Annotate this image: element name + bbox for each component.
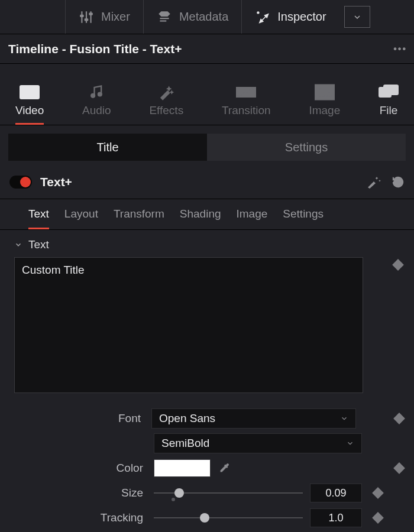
tab-effects-label: Effects bbox=[149, 104, 183, 117]
reset-icon[interactable] bbox=[390, 176, 406, 189]
svg-point-16 bbox=[91, 93, 95, 98]
metadata-icon bbox=[157, 9, 172, 25]
keyframe-size[interactable] bbox=[372, 487, 384, 499]
tab-audio[interactable]: Audio bbox=[82, 84, 111, 125]
tab-effects[interactable]: Effects bbox=[149, 84, 183, 125]
svg-rect-7 bbox=[160, 20, 166, 21]
subtab-image-label: Image bbox=[237, 207, 268, 220]
svg-point-8 bbox=[257, 11, 260, 14]
tab-video-label: Video bbox=[15, 104, 44, 117]
svg-point-14 bbox=[36, 92, 37, 93]
effect-enable-toggle[interactable] bbox=[9, 176, 32, 189]
size-slider[interactable] bbox=[154, 487, 303, 499]
more-menu[interactable]: ••• bbox=[393, 44, 407, 54]
keyframe-font[interactable] bbox=[393, 413, 405, 424]
inspector-tab[interactable]: Inspector bbox=[241, 0, 339, 34]
svg-point-17 bbox=[98, 92, 102, 96]
audio-icon bbox=[86, 84, 106, 100]
subtab-image[interactable]: Image bbox=[237, 207, 268, 229]
inspector-icon bbox=[255, 9, 270, 25]
subtab-text-label: Text bbox=[28, 207, 49, 220]
subtab-layout[interactable]: Layout bbox=[64, 207, 98, 229]
chevron-down-icon bbox=[340, 414, 348, 423]
svg-point-21 bbox=[319, 88, 322, 91]
effects-icon bbox=[156, 84, 176, 100]
file-icon bbox=[379, 84, 399, 100]
tab-transition-label: Transition bbox=[222, 104, 271, 117]
tab-file-label: File bbox=[380, 104, 398, 117]
svg-rect-6 bbox=[160, 18, 169, 19]
subtab-text[interactable]: Text bbox=[28, 207, 49, 229]
section-text-label: Text bbox=[28, 238, 49, 251]
size-value[interactable] bbox=[310, 484, 362, 502]
slider-default-tick bbox=[172, 498, 175, 501]
subtab-settings[interactable]: Settings bbox=[283, 207, 324, 229]
chevron-down-icon bbox=[352, 12, 362, 22]
mixer-label: Mixer bbox=[101, 10, 130, 24]
segment-title-label: Title bbox=[96, 141, 118, 154]
tracking-slider[interactable] bbox=[154, 512, 303, 524]
svg-point-15 bbox=[36, 96, 37, 97]
tab-image-label: Image bbox=[309, 104, 340, 117]
size-label: Size bbox=[14, 486, 147, 499]
image-icon bbox=[315, 84, 335, 100]
slider-thumb[interactable] bbox=[174, 488, 184, 498]
font-family-dropdown[interactable]: Open Sans bbox=[151, 408, 356, 429]
clip-title: Timeline - Fusion Title - Text+ bbox=[8, 42, 182, 56]
font-style-dropdown[interactable]: SemiBold bbox=[154, 433, 362, 453]
tab-image[interactable]: Image bbox=[309, 84, 340, 125]
subtab-transform[interactable]: Transform bbox=[114, 207, 164, 229]
tab-file[interactable]: File bbox=[379, 84, 399, 125]
tab-audio-label: Audio bbox=[82, 104, 111, 117]
svg-point-10 bbox=[22, 87, 23, 89]
chevron-down-icon bbox=[14, 241, 22, 249]
segment-settings[interactable]: Settings bbox=[207, 134, 406, 161]
segment-title[interactable]: Title bbox=[8, 134, 207, 161]
svg-rect-23 bbox=[384, 85, 398, 95]
svg-rect-1 bbox=[86, 11, 87, 23]
toggle-knob bbox=[20, 177, 31, 187]
font-label: Font bbox=[14, 412, 144, 425]
subtab-settings-label: Settings bbox=[283, 207, 324, 220]
svg-rect-20 bbox=[315, 85, 334, 100]
segment-settings-label: Settings bbox=[285, 141, 328, 154]
eyedropper-icon[interactable] bbox=[218, 462, 231, 475]
section-text-header[interactable]: Text bbox=[14, 238, 403, 257]
metadata-tab[interactable]: Metadata bbox=[143, 0, 241, 34]
svg-point-13 bbox=[36, 87, 37, 89]
color-swatch[interactable] bbox=[154, 459, 211, 477]
mixer-icon bbox=[79, 9, 94, 25]
subtab-shading-label: Shading bbox=[180, 207, 221, 220]
subtab-layout-label: Layout bbox=[64, 207, 98, 220]
svg-rect-3 bbox=[80, 14, 84, 17]
svg-rect-5 bbox=[89, 12, 93, 15]
font-style-value: SemiBold bbox=[161, 437, 209, 450]
slider-thumb[interactable] bbox=[200, 513, 209, 523]
subtab-transform-label: Transform bbox=[114, 207, 164, 220]
keyframe-color[interactable] bbox=[393, 462, 405, 474]
svg-point-12 bbox=[22, 96, 23, 97]
font-family-value: Open Sans bbox=[159, 412, 215, 425]
tracking-label: Tracking bbox=[14, 511, 147, 524]
transition-icon bbox=[236, 84, 256, 100]
tab-transition[interactable]: Transition bbox=[222, 84, 271, 125]
effect-name: Text+ bbox=[40, 175, 358, 189]
chevron-down-icon bbox=[346, 439, 354, 447]
mixer-tab[interactable]: Mixer bbox=[65, 0, 143, 34]
subtab-shading[interactable]: Shading bbox=[180, 207, 221, 229]
tab-video[interactable]: Video bbox=[15, 84, 44, 125]
color-label: Color bbox=[14, 462, 147, 475]
keyframe-text[interactable] bbox=[392, 259, 404, 271]
tracking-value[interactable] bbox=[310, 508, 362, 527]
video-icon bbox=[20, 84, 40, 100]
svg-point-11 bbox=[22, 92, 23, 93]
panel-dropdown[interactable] bbox=[344, 6, 370, 28]
versions-icon[interactable] bbox=[367, 176, 382, 189]
svg-rect-4 bbox=[85, 18, 89, 21]
keyframe-tracking[interactable] bbox=[372, 512, 384, 524]
metadata-label: Metadata bbox=[179, 10, 228, 24]
inspector-label: Inspector bbox=[277, 10, 326, 24]
text-input[interactable] bbox=[14, 257, 363, 393]
